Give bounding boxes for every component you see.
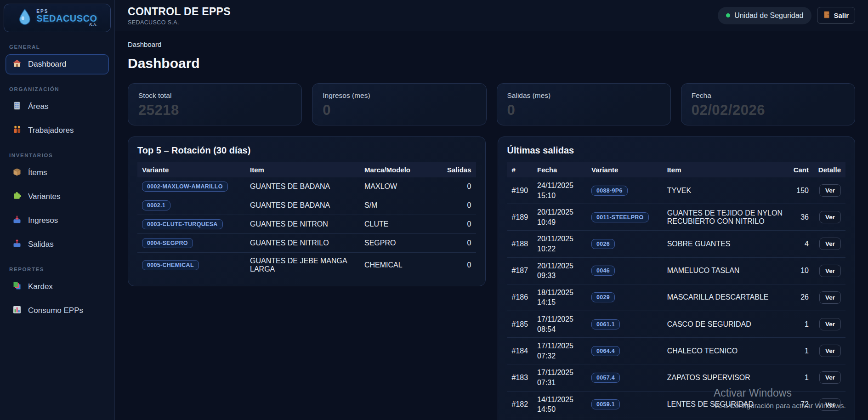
- salida-number: #190: [507, 177, 533, 204]
- variant-badge: 0064.4: [591, 346, 620, 356]
- column-header-detalle: Detalle: [813, 162, 845, 177]
- sidebar-item-trabajadores[interactable]: Trabajadores: [6, 120, 109, 141]
- variant-badge: 0046: [591, 266, 615, 276]
- stat-value: 0: [507, 103, 660, 117]
- fecha-time: 10:49: [537, 217, 582, 227]
- salida-number: #182: [507, 391, 533, 418]
- section-label-reportes: REPORTES: [9, 267, 106, 272]
- column-header-salidas: Salidas: [443, 162, 476, 177]
- item-cell: GUANTES DE NITRON: [245, 215, 360, 234]
- ultimas-table-body: #190 24/11/2025 15:10 0088-9P6 TYVEK 150…: [507, 177, 846, 420]
- section-label-organizacion: ORGANIZACIÓN: [9, 86, 106, 92]
- item-cell: GUANTES DE JEBE MANGA LARGA: [245, 253, 360, 278]
- top5-panel: Top 5 – Rotación (30 días) Variante Item…: [128, 136, 486, 286]
- sidebar-item-kardex[interactable]: Kardex: [6, 277, 109, 297]
- top5-table: Variante Item Marca/Modelo Salidas 0002-…: [137, 162, 476, 278]
- ultimas-table: # Fecha Variante Item Cant Detalle #190 …: [507, 162, 846, 420]
- breadcrumb: Dashboard: [128, 40, 855, 48]
- sidebar-item-salidas[interactable]: Salidas: [6, 234, 109, 255]
- table-row: #188 20/11/2025 10:22 0026 SOBRE GUANTES…: [507, 231, 846, 257]
- stat-card-ingresos-mes: Ingresos (mes) 0: [312, 83, 486, 125]
- cant-cell: 72: [788, 391, 813, 418]
- variant-badge: 0002-MAXLOW-AMARILLO: [142, 182, 228, 192]
- sidebar-item-areas[interactable]: Áreas: [6, 96, 109, 117]
- item-cell: CASCO DE SEGURIDAD: [663, 311, 788, 337]
- column-header-variante: Variante: [137, 162, 245, 177]
- sidebar-item-consumo-epps[interactable]: Consumo EPPs: [6, 301, 109, 321]
- logo-name-text: SEDACUSCO: [36, 14, 97, 23]
- cant-cell: 150: [788, 177, 813, 204]
- fecha-cell: 17/11/2025 07:31: [533, 364, 587, 391]
- ver-detail-button[interactable]: Ver: [819, 265, 841, 277]
- item-cell: GUANTES DE BADANA: [245, 196, 360, 215]
- variant-badge: 0026: [591, 239, 615, 249]
- table-row: 0005-CHEMICAL GUANTES DE JEBE MANGA LARG…: [137, 253, 476, 278]
- sidebar-item-label: Dashboard: [28, 60, 66, 69]
- sidebar-item-items[interactable]: Ítems: [6, 163, 109, 183]
- salidas-cell: 0: [443, 234, 476, 253]
- sidebar-item-label: Trabajadores: [28, 126, 74, 135]
- table-row: #187 20/11/2025 09:33 0046 MAMELUCO TASL…: [507, 257, 846, 284]
- table-row: #185 17/11/2025 08:54 0061.1 CASCO DE SE…: [507, 311, 846, 337]
- column-header-num: #: [507, 162, 533, 177]
- fecha-date: 17/11/2025: [537, 314, 582, 324]
- table-row: #189 20/11/2025 10:49 0011-STEELPRO GUAN…: [507, 204, 846, 231]
- ver-detail-button[interactable]: Ver: [819, 184, 841, 197]
- sidebar-item-label: Ingresos: [28, 216, 58, 225]
- stat-value: 25218: [138, 103, 291, 117]
- people-icon: [12, 125, 22, 136]
- ver-detail-button[interactable]: Ver: [819, 318, 841, 330]
- item-cell: MAMELUCO TASLAN: [663, 257, 788, 284]
- cant-cell: 4: [788, 231, 813, 257]
- marca-cell: CLUTE: [360, 215, 443, 234]
- variant-badge: 0088-9P6: [591, 186, 628, 196]
- variant-badge: 0029: [591, 292, 615, 302]
- logo-eps-text: EPS: [36, 9, 97, 14]
- fecha-cell: 20/11/2025 10:49: [533, 204, 587, 231]
- logout-button[interactable]: Salir: [817, 7, 855, 24]
- ver-detail-button[interactable]: Ver: [819, 371, 841, 384]
- sidebar-item-variantes[interactable]: Variantes: [6, 187, 109, 207]
- logo-sa-text: S.A.: [89, 23, 97, 27]
- stat-value: 02/02/2026: [692, 103, 845, 117]
- table-row: #182 14/11/2025 14:50 0059.1 LENTES DE S…: [507, 391, 846, 418]
- cant-cell: 10: [788, 257, 813, 284]
- stat-card-fecha: Fecha 02/02/2026: [681, 83, 855, 125]
- ver-detail-button[interactable]: Ver: [819, 345, 841, 357]
- sidebar-item-ingresos[interactable]: Ingresos: [6, 210, 109, 231]
- salida-number: #186: [507, 284, 533, 311]
- fecha-time: 07:31: [537, 378, 582, 388]
- sidebar-item-label: Áreas: [28, 102, 48, 111]
- fecha-date: 24/11/2025: [537, 181, 582, 191]
- salidas-cell: 0: [443, 215, 476, 234]
- sidebar-item-label: Ítems: [28, 168, 47, 177]
- variant-badge: 0059.1: [591, 399, 620, 409]
- fecha-time: 15:10: [537, 191, 582, 201]
- logout-label: Salir: [834, 11, 849, 19]
- marca-cell: S/M: [360, 196, 443, 215]
- cant-cell: 36: [788, 204, 813, 231]
- status-dot: [726, 13, 730, 17]
- sidebar-item-dashboard[interactable]: Dashboard: [6, 54, 109, 74]
- ver-detail-button[interactable]: Ver: [819, 291, 841, 304]
- top5-title: Top 5 – Rotación (30 días): [137, 145, 476, 156]
- fecha-time: 14:50: [537, 404, 582, 414]
- bar-chart-icon: [12, 305, 22, 317]
- ver-detail-button[interactable]: Ver: [819, 398, 841, 411]
- stat-card-salidas-mes: Salidas (mes) 0: [497, 83, 671, 125]
- fecha-cell: 20/11/2025 10:22: [533, 231, 587, 257]
- app-title: CONTROL DE EPPS: [128, 6, 231, 18]
- table-row: #190 24/11/2025 15:10 0088-9P6 TYVEK 150…: [507, 177, 846, 204]
- variant-badge: 0005-CHEMICAL: [142, 260, 199, 270]
- home-icon: [12, 59, 22, 70]
- column-header-variante: Variante: [587, 162, 663, 177]
- sidebar-item-label: Kardex: [28, 282, 53, 291]
- fecha-date: 20/11/2025: [537, 261, 582, 271]
- fecha-cell: 14/11/2025: [533, 418, 587, 420]
- item-cell: GUANTES DE TEJIDO DE NYLON RECUBIERTO CO…: [663, 204, 788, 231]
- ver-detail-button[interactable]: Ver: [819, 238, 841, 250]
- fecha-date: 14/11/2025: [537, 395, 582, 405]
- ver-detail-button[interactable]: Ver: [819, 211, 841, 223]
- fecha-time: 10:22: [537, 244, 582, 254]
- cant-cell: 1: [788, 364, 813, 391]
